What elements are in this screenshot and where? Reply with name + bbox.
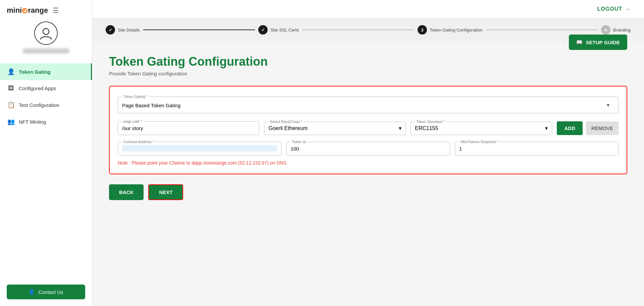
- step-label-1: Site Details: [118, 27, 140, 33]
- contract-address-legend: Contract Address *: [122, 140, 156, 144]
- svg-point-0: [43, 28, 49, 35]
- step-site-ssl: ✓ Site SSL Certs: [258, 25, 299, 35]
- step-label-4: Branding: [613, 27, 631, 33]
- blockchain-fieldset: Select BlockChain * Goerli Ethereum ▾: [264, 120, 406, 135]
- page-path-fieldset: page path *: [118, 119, 259, 135]
- token-standard-dropdown[interactable]: ERC1155 ▾: [415, 125, 548, 131]
- contract-address-fieldset: Contract Address *: [118, 140, 281, 156]
- sidebar-item-label-configured-apps: Configured Apps: [19, 85, 56, 91]
- sidebar-item-label-nft-minting: NFT Minting: [19, 119, 46, 125]
- stepper: ✓ Site Details ✓ Site SSL Certs 3 Token …: [92, 18, 644, 41]
- contact-us-button[interactable]: 👤 Contact Us: [7, 285, 85, 299]
- sidebar-item-configured-apps[interactable]: 🖼 Configured Apps: [0, 80, 92, 97]
- sidebar-item-token-gating[interactable]: 👤 Token Gating: [0, 63, 92, 80]
- logo-area: minirange ☰: [0, 0, 92, 18]
- page-path-legend: page path *: [122, 119, 144, 123]
- book-icon: 📖: [576, 39, 583, 45]
- back-button[interactable]: BACK: [109, 184, 144, 200]
- nfts-required-fieldset: Nfts/Tokens Required *: [455, 140, 619, 156]
- avatar: [34, 21, 58, 45]
- step-circle-3: 3: [418, 25, 427, 35]
- sidebar-item-label-test-configuration: Test Configuration: [19, 102, 59, 108]
- logout-button[interactable]: LOGOUT →: [597, 6, 631, 12]
- add-button[interactable]: ADD: [557, 121, 583, 135]
- token-standard-chevron-icon: ▾: [545, 125, 548, 131]
- token-id-input[interactable]: [290, 145, 445, 151]
- step-circle-4: 4: [601, 25, 610, 35]
- hamburger-icon[interactable]: ☰: [53, 6, 59, 14]
- token-gating-form: Token Gating * Page Based Token Gating ▾…: [109, 86, 627, 174]
- logout-icon: →: [625, 6, 631, 12]
- logo-icon: [22, 8, 28, 13]
- avatar-area: [0, 18, 92, 60]
- step-branding: 4 Branding: [601, 25, 631, 35]
- sidebar: minirange ☰ 👤 Token Gating 🖼 Configured …: [0, 0, 92, 306]
- token-gating-legend: Token Gating *: [122, 95, 149, 99]
- page-subtitle: Provide Token Gating configuration: [109, 71, 627, 76]
- contact-icon: 👤: [29, 289, 35, 295]
- step-connector-3: [486, 29, 598, 30]
- blockchain-legend: Select BlockChain *: [268, 120, 304, 124]
- setup-guide-button[interactable]: 📖 SETUP GUIDE: [569, 35, 627, 50]
- token-id-legend: Token Id: [290, 140, 307, 144]
- contact-btn-area: 👤 Contact Us: [0, 278, 92, 306]
- chevron-down-icon: ▾: [607, 102, 609, 108]
- step-label-2: Site SSL Certs: [270, 27, 299, 33]
- sidebar-item-nft-minting[interactable]: 👥 NFT Minting: [0, 113, 92, 130]
- step-site-details: ✓ Site Details: [106, 25, 140, 35]
- action-buttons: BACK NEXT: [109, 184, 627, 200]
- configured-apps-icon: 🖼: [7, 85, 15, 92]
- token-gating-icon: 👤: [7, 68, 15, 75]
- nfts-required-input[interactable]: [459, 145, 614, 151]
- token-standard-fieldset: Token Standard * ERC1155 ▾: [411, 120, 552, 135]
- step-connector-1: [143, 29, 255, 30]
- sidebar-item-label-token-gating: Token Gating: [19, 69, 51, 75]
- add-remove-btns: ADD REMOVE: [557, 121, 619, 135]
- page-path-input[interactable]: [122, 125, 255, 131]
- remove-button[interactable]: REMOVE: [586, 121, 619, 135]
- step-circle-1: ✓: [106, 25, 115, 35]
- logo: minirange: [7, 6, 48, 15]
- token-gating-fieldset: Token Gating * Page Based Token Gating ▾: [118, 95, 619, 113]
- top-header: LOGOUT →: [92, 0, 644, 18]
- page-title: Token Gating Configuration: [109, 55, 627, 69]
- token-gating-select-group: Token Gating * Page Based Token Gating ▾: [118, 95, 619, 113]
- row-top: page path * Select BlockChain * Goerli E…: [118, 119, 619, 135]
- step-label-3: Token Gating Configuration: [430, 27, 483, 33]
- token-id-fieldset: Token Id: [286, 140, 450, 156]
- content-area: 📖 SETUP GUIDE Token Gating Configuration…: [92, 41, 644, 306]
- blockchain-dropdown[interactable]: Goerli Ethereum ▾: [268, 125, 401, 131]
- nft-minting-icon: 👥: [7, 118, 15, 125]
- token-standard-legend: Token Standard *: [415, 120, 446, 124]
- blockchain-chevron-icon: ▾: [399, 125, 401, 131]
- step-circle-2: ✓: [258, 25, 268, 35]
- nav-menu: 👤 Token Gating 🖼 Configured Apps 📋 Test …: [0, 60, 92, 278]
- token-gating-dropdown[interactable]: Page Based Token Gating ▾: [122, 100, 614, 110]
- nfts-required-legend: Nfts/Tokens Required *: [459, 140, 500, 144]
- row-bottom: Contract Address * Token Id Nfts/Tokens …: [118, 140, 619, 156]
- note-text: Note : Please point your CName to dapp.m…: [118, 160, 619, 166]
- main-content: LOGOUT → ✓ Site Details ✓ Site SSL Certs…: [92, 0, 644, 306]
- step-token-gating-config: 3 Token Gating Configuration: [418, 25, 483, 35]
- next-button[interactable]: NEXT: [148, 184, 183, 200]
- step-connector-2: [302, 29, 414, 30]
- test-configuration-icon: 📋: [7, 101, 15, 109]
- sidebar-item-test-configuration[interactable]: 📋 Test Configuration: [0, 97, 92, 113]
- username-blur: [22, 48, 69, 54]
- contract-address-input[interactable]: [122, 145, 277, 151]
